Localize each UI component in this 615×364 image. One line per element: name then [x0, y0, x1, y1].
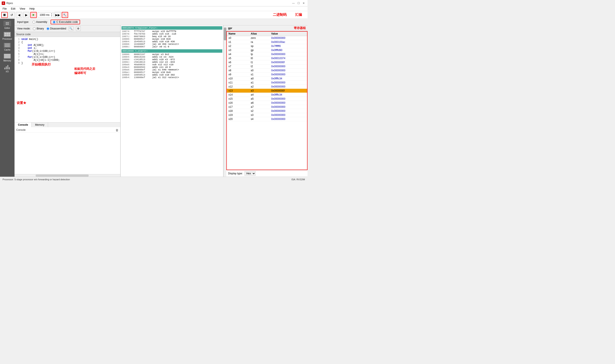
fast-forward-button[interactable]: ▶▶	[54, 12, 61, 18]
code-line-1: 1 void main()	[15, 38, 119, 41]
search-view-button[interactable]: 🔍	[69, 26, 73, 31]
col-value: Value	[269, 32, 307, 36]
c-executable-label[interactable]: C Executable code	[56, 21, 78, 24]
reload-button[interactable]: ↺	[9, 12, 15, 18]
menu-help[interactable]: Help	[28, 7, 37, 11]
close-button[interactable]: ✕	[302, 1, 306, 5]
assembly-label[interactable]: Assembly	[36, 21, 47, 24]
disasm-row: 10090: 00002197 auipc x3 0x2	[121, 53, 222, 56]
window-controls: — ☐ ✕	[291, 1, 306, 5]
source-hscrollbar[interactable]	[14, 174, 120, 177]
code-line-5: 5 for(i=0;i<100;i++)	[15, 50, 119, 53]
reg-alias: a1	[249, 81, 269, 85]
source-hscroll-thumb[interactable]	[36, 175, 89, 177]
register-footer: Display type: Hex	[226, 170, 308, 177]
disasm-scroll-thumb[interactable]	[224, 27, 226, 40]
disasm-section-2-header: 00010090 <_start>:	[121, 49, 222, 53]
reg-value: 0x00000000	[269, 105, 307, 109]
reg-alias: a6	[249, 101, 269, 105]
speed-control[interactable]: 1000 ms ▲ ▼	[38, 12, 53, 17]
stop-button[interactable]	[1, 12, 8, 18]
speed-up-arrow[interactable]: ▲	[51, 13, 53, 15]
assembly-radio[interactable]	[32, 21, 35, 24]
code-line-7: 7 for(i=1;i<100;i++)	[15, 56, 119, 59]
register-row: x2 sp 0x7ffffff0	[227, 44, 307, 48]
binary-radio[interactable]	[33, 27, 36, 30]
display-type-select[interactable]: Hex	[244, 171, 256, 176]
register-panel: gpr 寄存器组 Name Alias Value	[226, 26, 308, 177]
reg-name: x9	[227, 73, 249, 77]
reg-name: x16	[227, 101, 249, 105]
reg-alias: ra	[249, 40, 269, 44]
menu-view[interactable]: View	[18, 7, 27, 11]
sidebar-item-processor[interactable]: Processor	[1, 30, 14, 41]
disasm-row: 100a0: 40a60633 sub x12 x12 x10	[121, 63, 222, 66]
reg-value: 0x00000000	[269, 52, 307, 56]
speed-down-arrow[interactable]: ▼	[51, 15, 53, 17]
maximize-button[interactable]: ☐	[296, 1, 301, 5]
isa-info: ISA: RV32IM	[292, 178, 305, 181]
disasm-scrollbar[interactable]	[223, 26, 226, 177]
settings-view-button[interactable]: ⚙	[76, 26, 81, 31]
code-line-2: 2 {	[15, 41, 119, 44]
forward-button[interactable]: ▶	[23, 12, 29, 18]
menu-file[interactable]: File	[1, 7, 8, 11]
assembly-radio-group: Assembly	[32, 21, 47, 24]
reg-value: 0x0ffffd90	[269, 48, 307, 52]
register-row: x18 s2 0x00000000	[227, 109, 307, 113]
register-row: x8 s0 0x00000000	[227, 68, 307, 73]
binary-label[interactable]: Binary	[37, 27, 44, 30]
disasm-row: 100b4: 138000ef jal x1 312 <atexit>	[121, 76, 222, 79]
reg-alias: a5	[249, 97, 269, 101]
clear-console-button[interactable]: 🗑	[116, 129, 119, 132]
speed-arrows: ▲ ▼	[51, 13, 53, 17]
disassembled-radio-group: Disassembled	[47, 27, 66, 30]
reg-value: 0x00000000	[269, 109, 307, 113]
sidebar-item-memory[interactable]: Memory	[1, 52, 14, 63]
register-row: x17 a7 0x00000000	[227, 105, 307, 109]
disasm-wrapper: 00010074 <register_fini>: 10074: ffff079…	[120, 26, 226, 177]
titlebar: R Ripes — ☐ ✕	[0, 0, 308, 6]
register-row: x9 s1 0x00000000	[227, 73, 307, 77]
back-button[interactable]: ◀	[16, 12, 22, 18]
disasm-area[interactable]: 00010074 <register_fini>: 10074: ffff079…	[121, 26, 223, 177]
reg-name: x15	[227, 97, 249, 101]
code-line-9: 9 }	[15, 62, 119, 65]
disasm-panel: 00010074 <register_fini>: 10074: ffff079…	[121, 26, 223, 177]
svg-marker-1	[33, 14, 35, 16]
register-row: x14 a4 0x0ffffc34	[227, 93, 307, 97]
disassembled-radio[interactable]	[47, 27, 49, 30]
minimize-button[interactable]: —	[291, 1, 295, 5]
disasm-section-1-header: 00010074 <register_fini>:	[121, 26, 222, 30]
run-button[interactable]	[30, 12, 37, 18]
sidebar-item-io[interactable]: I/O	[1, 63, 14, 74]
tab-console[interactable]: Console	[14, 122, 32, 127]
reg-name: x11	[227, 81, 249, 85]
source-code-area[interactable]: 1 void main() 2 { 3 int A[100]; 4 int i;	[14, 37, 120, 122]
reg-name: x12	[227, 85, 249, 89]
speed-input[interactable]: 1000 ms	[39, 13, 50, 16]
settings-wrench-button[interactable]: 🔧	[62, 12, 68, 18]
editor-panel: View mode: Binary Disassembled 🔍 ⚙ Sourc…	[14, 26, 120, 177]
tab-memory[interactable]: Memory	[32, 122, 48, 127]
display-type-label: Display type:	[228, 172, 243, 175]
sidebar-item-editor[interactable]: 10101010 Editor	[1, 20, 14, 30]
reg-name: x19	[227, 113, 249, 117]
toolbar: ↺ ◀ ▶ 1000 ms ▲ ▼ ▶▶ 🔧 二进制码 汇编	[0, 11, 308, 19]
register-row: x0 zero 0x00000000	[227, 36, 307, 40]
menu-edit[interactable]: Edit	[9, 7, 17, 11]
disassembled-label[interactable]: Disassembled	[50, 27, 66, 30]
svg-rect-4	[5, 46, 10, 47]
reg-alias: gp	[249, 48, 269, 52]
svg-rect-0	[3, 14, 6, 16]
disasm-row: 100ac: 00000517 auipc x10 0x0	[121, 71, 222, 74]
reg-value: 0x0ffffc34	[269, 93, 307, 97]
col-name: Name	[227, 32, 249, 36]
reg-alias: a4	[249, 93, 269, 97]
view-mode-label: View mode:	[17, 27, 30, 30]
sidebar-label-editor: Editor	[4, 27, 10, 29]
sidebar-item-cache[interactable]: Cache	[1, 41, 14, 52]
register-row: x20 s4 0x00000000	[227, 117, 307, 121]
reg-alias: t1	[249, 60, 269, 65]
c-executable-radio[interactable]	[53, 21, 55, 24]
